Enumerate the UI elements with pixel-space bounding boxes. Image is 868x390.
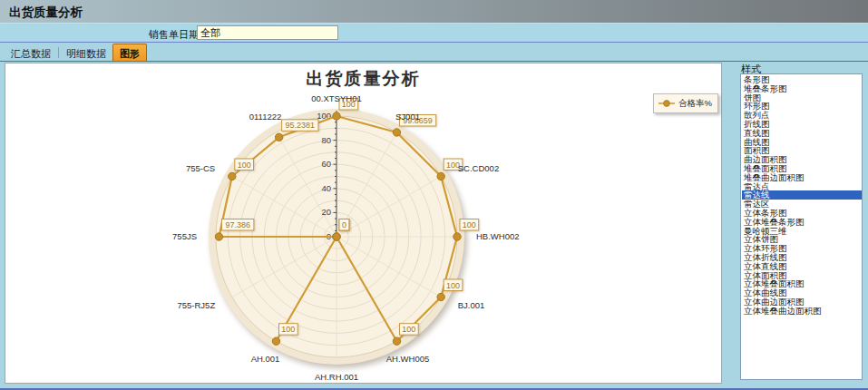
data-point[interactable] <box>215 233 222 240</box>
svg-text:100: 100 <box>402 325 415 334</box>
category-label: AH.RH.001 <box>315 372 358 382</box>
data-point[interactable] <box>333 112 340 120</box>
data-point[interactable] <box>229 172 236 180</box>
category-label: AH.001 <box>251 354 280 364</box>
point-value-label: 100 <box>444 279 463 291</box>
legend-label: 合格率% <box>678 98 712 110</box>
svg-text:100: 100 <box>463 220 476 229</box>
axis-tick-label: 60 <box>321 159 331 169</box>
point-value-label: 100 <box>235 159 254 171</box>
point-value-label: 100 <box>279 324 298 336</box>
axis-tick-label: 20 <box>321 207 331 217</box>
category-label: 00.XTSYH01 <box>311 93 361 103</box>
svg-text:100: 100 <box>238 161 251 170</box>
category-label: HB.WH002 <box>476 231 520 241</box>
data-point[interactable] <box>437 293 444 300</box>
style-panel: 样式 条形图堆叠条形图饼图环形图散列点折线图直线图曲线图面积图曲边面积图堆叠面积… <box>726 62 868 390</box>
window-title-bar: 出货质量分析 <box>0 0 868 24</box>
point-value-label: 95.2381 <box>282 120 318 132</box>
radar-chart: 02040608010010099.8659100100100100010009… <box>5 63 721 383</box>
category-label: SC.CD002 <box>458 163 499 173</box>
svg-text:95.2381: 95.2381 <box>286 121 316 130</box>
window-title: 出货质量分析 <box>9 5 83 21</box>
tab-separator <box>58 47 59 58</box>
legend-marker <box>658 99 676 108</box>
chart-panel: 02040608010010099.8659100100100100010009… <box>5 63 722 384</box>
category-label: 755-CS <box>186 163 215 173</box>
date-filter-label: 销售单日期 <box>149 28 199 42</box>
category-label: 0111222 <box>249 112 282 122</box>
tab-bar: 汇总数据明细数据图形 <box>0 44 868 62</box>
data-point[interactable] <box>437 172 444 180</box>
tab-graph[interactable]: 图形 <box>112 44 147 61</box>
data-point[interactable] <box>454 233 461 240</box>
date-filter-input[interactable] <box>197 25 338 40</box>
category-label: 755JS <box>172 231 197 241</box>
data-point[interactable] <box>275 133 282 141</box>
category-label: SJ001 <box>395 112 420 122</box>
axis-tick-label: 40 <box>321 183 331 193</box>
filter-toolbar: 销售单日期 <box>0 24 868 43</box>
style-option[interactable]: 立体堆叠曲边面积图 <box>742 307 862 316</box>
data-point[interactable] <box>393 337 400 345</box>
point-value-label: 97.386 <box>221 219 253 231</box>
svg-text:0: 0 <box>342 220 346 229</box>
chart-title: 出货质量分析 <box>5 67 721 91</box>
svg-text:97.386: 97.386 <box>225 220 250 229</box>
tab-detail-data[interactable]: 明细数据 <box>60 45 112 61</box>
legend[interactable]: 合格率% <box>653 93 718 113</box>
app-window: 出货质量分析 销售单日期 汇总数据明细数据图形 0204060801001009… <box>0 0 868 390</box>
data-point[interactable] <box>333 233 340 240</box>
category-label: BJ.001 <box>458 300 485 310</box>
data-point[interactable] <box>393 129 400 136</box>
tab-summary-data[interactable]: 汇总数据 <box>5 45 57 61</box>
svg-text:100: 100 <box>446 281 460 290</box>
category-label: AH.WH005 <box>386 354 430 364</box>
svg-text:100: 100 <box>281 325 295 334</box>
style-list[interactable]: 条形图堆叠条形图饼图环形图散列点折线图直线图曲线图面积图曲边面积图堆叠面积图堆叠… <box>740 73 863 380</box>
point-value-label: 0 <box>339 219 349 231</box>
data-point[interactable] <box>272 337 279 345</box>
point-value-label: 100 <box>460 219 479 231</box>
point-value-label: 100 <box>400 324 419 336</box>
axis-tick-label: 80 <box>321 135 331 145</box>
category-label: 755-RJ5Z <box>178 300 216 310</box>
